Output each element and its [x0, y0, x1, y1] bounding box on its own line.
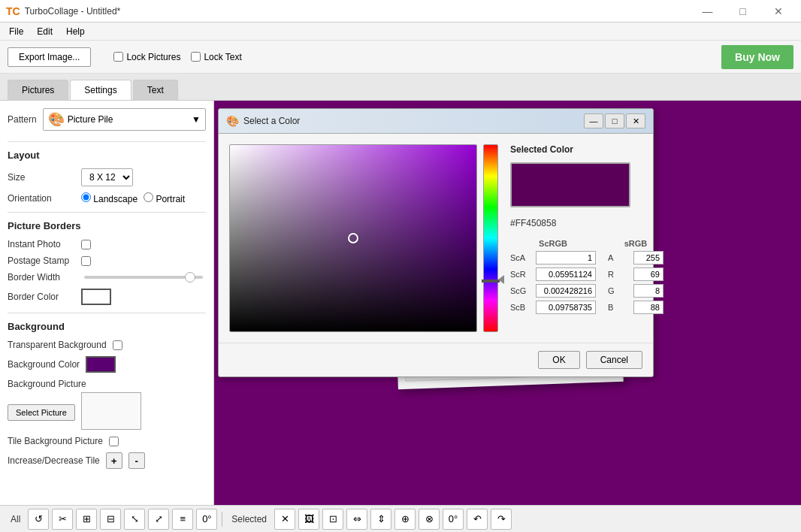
- align-h-button[interactable]: ≡: [172, 509, 193, 530]
- g-input[interactable]: [633, 284, 663, 298]
- close-button[interactable]: ✕: [761, 0, 795, 23]
- scb-label: ScB: [510, 303, 533, 312]
- landscape-radio[interactable]: [81, 192, 91, 202]
- reset-button[interactable]: ↺: [28, 509, 49, 530]
- hue-bar[interactable]: [483, 144, 498, 332]
- tile-bg-label: Tile Background Picture: [8, 436, 103, 446]
- tab-text[interactable]: Text: [133, 80, 178, 100]
- border-width-label: Border Width: [8, 272, 75, 283]
- hex-value: #FF450858: [510, 218, 649, 228]
- a-input[interactable]: [633, 251, 663, 264]
- select-picture-button[interactable]: Select Picture: [8, 404, 75, 421]
- layout-section-title: Layout: [8, 150, 206, 161]
- rotate2-button[interactable]: 0°: [443, 509, 464, 530]
- scr-input[interactable]: [536, 268, 596, 281]
- lock-text-checkbox[interactable]: [191, 52, 201, 62]
- size-select[interactable]: 8 X 12: [81, 168, 133, 186]
- tab-settings[interactable]: Settings: [70, 80, 131, 100]
- r-input[interactable]: [633, 268, 663, 281]
- transparent-bg-label: Transparent Background: [8, 340, 107, 350]
- pattern-select[interactable]: 🎨 Picture Pile ▼: [43, 108, 206, 131]
- flip-v-button[interactable]: ⇕: [370, 509, 391, 530]
- color-gradient-picker[interactable]: [229, 144, 477, 332]
- zoom-button[interactable]: ⊗: [419, 509, 440, 530]
- lock-pictures-item[interactable]: Lock Pictures: [113, 52, 180, 62]
- sca-label: ScA: [510, 253, 533, 262]
- border-width-slider[interactable]: [84, 276, 203, 279]
- pattern-icon: 🎨: [48, 111, 65, 128]
- sca-input[interactable]: [536, 251, 596, 264]
- delete-selected-button[interactable]: ✕: [274, 509, 295, 530]
- bg-picture-preview: [81, 392, 141, 430]
- crop-button[interactable]: ⊡: [322, 509, 343, 530]
- cancel-button[interactable]: Cancel: [586, 351, 642, 369]
- border-color-label: Border Color: [8, 292, 75, 302]
- export-button[interactable]: Export Image...: [8, 47, 91, 67]
- buy-now-button[interactable]: Buy Now: [721, 45, 793, 69]
- selected-color-swatch: [510, 162, 630, 207]
- cut-button[interactable]: ✂: [52, 509, 73, 530]
- r-label: R: [608, 270, 630, 279]
- scg-input[interactable]: [536, 284, 596, 298]
- border-color-swatch[interactable]: [81, 289, 111, 305]
- pattern-label: Pattern: [8, 114, 37, 125]
- b-input[interactable]: [633, 301, 663, 314]
- increase-decrease-label: Increase/Decrease Tile: [8, 455, 100, 466]
- dialog-title-text: Select a Color: [243, 116, 300, 126]
- lock-text-item[interactable]: Lock Text: [191, 52, 241, 62]
- selected-label: Selected: [227, 514, 271, 524]
- left-panel: Pattern 🎨 Picture Pile ▼ Layout Size 8 X…: [0, 101, 214, 505]
- instant-photo-checkbox[interactable]: [81, 240, 91, 249]
- canvas-area[interactable]: picture content 🎨 Select a Color — □: [214, 101, 801, 505]
- size-label: Size: [8, 172, 75, 183]
- grid-button[interactable]: ⊞: [76, 509, 97, 530]
- tab-pictures[interactable]: Pictures: [8, 80, 68, 100]
- ok-button[interactable]: OK: [538, 351, 579, 369]
- bg-color-swatch[interactable]: [86, 356, 116, 373]
- portrait-label: Portrait: [156, 194, 185, 204]
- landscape-radio-label[interactable]: Landscape: [81, 192, 138, 204]
- a-label: A: [608, 253, 630, 262]
- transparent-bg-checkbox[interactable]: [113, 340, 122, 350]
- title-bar: TC TurboCollage - Untitled* — □ ✕: [0, 0, 801, 23]
- maximize-button[interactable]: □: [726, 0, 760, 23]
- scg-label: ScG: [510, 286, 533, 295]
- decrease-tile-button[interactable]: -: [128, 452, 145, 469]
- scb-input[interactable]: [536, 301, 596, 314]
- dialog-maximize-button[interactable]: □: [605, 113, 624, 128]
- b-label: B: [608, 303, 630, 312]
- bg-color-label: Background Color: [8, 359, 80, 370]
- expand-button[interactable]: ⤡: [124, 509, 145, 530]
- menu-file[interactable]: File: [3, 25, 29, 38]
- flip-h-button[interactable]: ⇔: [346, 509, 367, 530]
- selected-color-label: Selected Color: [510, 144, 649, 155]
- image-button[interactable]: 🖼: [298, 509, 319, 530]
- menu-help[interactable]: Help: [60, 25, 91, 38]
- collapse-button[interactable]: ⤢: [148, 509, 169, 530]
- dialog-overlay: 🎨 Select a Color — □ ✕: [214, 101, 801, 505]
- lock-pictures-checkbox[interactable]: [113, 52, 123, 62]
- dialog-minimize-button[interactable]: —: [584, 113, 603, 128]
- undo-button[interactable]: ↶: [467, 509, 488, 530]
- srgb-label: sRGB: [608, 239, 663, 248]
- tile-bg-checkbox[interactable]: [109, 437, 119, 446]
- color-dialog: 🎨 Select a Color — □ ✕: [218, 108, 654, 377]
- minimize-button[interactable]: —: [691, 0, 724, 23]
- portrait-radio-label[interactable]: Portrait: [144, 192, 185, 204]
- dialog-footer: OK Cancel: [219, 343, 653, 376]
- orientation-label: Orientation: [8, 193, 75, 204]
- borders-section-title: Picture Borders: [8, 220, 206, 231]
- dialog-title-bar: 🎨 Select a Color — □ ✕: [219, 109, 653, 134]
- app-icon: TC: [6, 5, 20, 17]
- dialog-close-button[interactable]: ✕: [626, 113, 645, 128]
- rotate-button[interactable]: 0°: [196, 509, 217, 530]
- portrait-radio[interactable]: [144, 192, 153, 202]
- menu-edit[interactable]: Edit: [31, 25, 59, 38]
- increase-tile-button[interactable]: +: [106, 452, 122, 469]
- redo-button[interactable]: ↷: [491, 509, 512, 530]
- fit-button[interactable]: ⊕: [394, 509, 416, 530]
- background-section-title: Background: [8, 321, 206, 332]
- postage-stamp-checkbox[interactable]: [81, 256, 91, 266]
- menu-bar: File Edit Help: [0, 23, 801, 41]
- grid2-button[interactable]: ⊟: [100, 509, 121, 530]
